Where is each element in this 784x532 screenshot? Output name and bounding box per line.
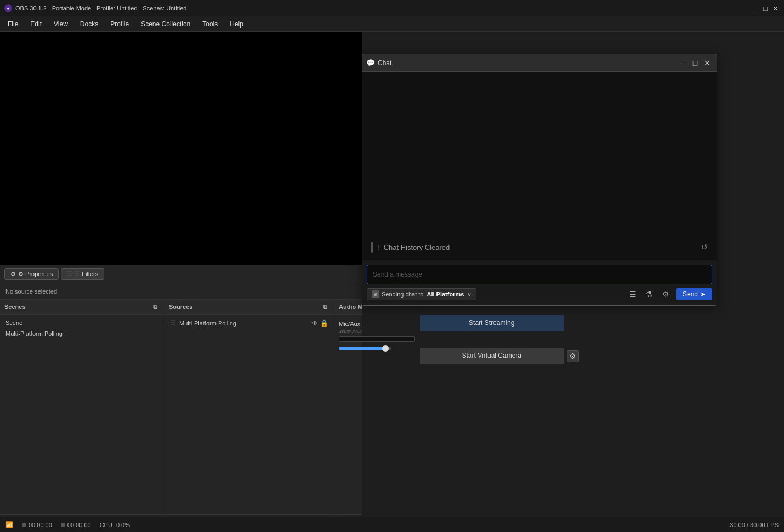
close-button[interactable]: ✕ (771, 4, 780, 13)
title-bar-left: ● OBS 30.1.2 - Portable Mode - Profile: … (4, 4, 186, 12)
exclamation-icon: ! (377, 243, 379, 251)
sources-panel-header: Sources ⧉ (164, 300, 334, 315)
scenes-panel-header: Scenes ⧉ (0, 300, 164, 315)
filters-icon: ☰ (67, 271, 72, 278)
signal-icon: 📶 (5, 521, 13, 528)
scenes-panel-title: Scenes (4, 304, 26, 310)
menu-scene-collection[interactable]: Scene Collection (135, 19, 196, 30)
chat-filter-button[interactable]: ⚗ (643, 288, 656, 301)
chat-actions: ☰ ⚗ ⚙ Send ➤ (627, 288, 712, 301)
chat-window: 💬 Chat – □ ✕ ! Chat History Cleared ↺ ⊕ … (362, 54, 717, 306)
scenes-list: Scene Multi-Platform Polling (0, 315, 164, 515)
chat-list-button[interactable]: ☰ (627, 288, 640, 301)
scenes-panel: Scenes ⧉ Scene Multi-Platform Polling + … (0, 300, 164, 533)
preview-area: ⚙ ⚙ Properties ☰ ☰ Filters No source sel… (0, 32, 362, 532)
chat-toolbar: ⊕ Sending chat to All Platforms ∨ ☰ ⚗ ⚙ … (367, 288, 712, 301)
chat-settings-button[interactable]: ⚙ (660, 288, 673, 301)
cpu-indicator: CPU: 0.0% (100, 522, 130, 528)
scene-item-multiplatform[interactable]: Multi-Platform Polling (0, 328, 164, 339)
start-streaming-row: Start Streaming (420, 315, 579, 331)
stream-time: 00:00:00 (29, 522, 52, 528)
stream-dot (22, 523, 26, 527)
audio-slider-thumb (382, 345, 389, 352)
chat-message-input[interactable] (367, 265, 712, 284)
chat-footer: ⊕ Sending chat to All Platforms ∨ ☰ ⚗ ⚙ … (362, 260, 717, 305)
platform-chevron-icon: ∨ (467, 291, 471, 298)
menu-docks[interactable]: Docks (75, 19, 104, 30)
recording-time: 00:00:00 (67, 522, 91, 528)
start-virtual-camera-button[interactable]: Start Virtual Camera (420, 348, 564, 364)
obs-icon: ● (4, 4, 12, 12)
send-label: Send (683, 290, 698, 298)
title-bar: ● OBS 30.1.2 - Portable Mode - Profile: … (0, 0, 784, 16)
menu-profile[interactable]: Profile (105, 19, 134, 30)
menu-help[interactable]: Help (224, 19, 249, 30)
start-virtual-camera-label: Start Virtual Camera (462, 352, 522, 359)
chat-cleared-bar (371, 242, 373, 253)
chat-maximize-button[interactable]: □ (690, 58, 700, 68)
start-virtual-camera-row: Start Virtual Camera ⚙ (420, 348, 579, 364)
start-streaming-button[interactable]: Start Streaming (420, 315, 564, 331)
sources-panel: Sources ⧉ ☰ Multi-Platform Polling 👁 🔒 + (164, 300, 334, 533)
chat-refresh-icon[interactable]: ↺ (701, 243, 708, 251)
sending-chat-prefix: Sending chat to (382, 291, 423, 298)
filters-button[interactable]: ☰ ☰ Filters (61, 268, 104, 280)
chat-titlebar-left: 💬 Chat (367, 59, 391, 67)
scene-item-scene[interactable]: Scene (0, 317, 164, 328)
chat-titlebar-controls: – □ ✕ (678, 58, 712, 68)
gear-icon: ⚙ (10, 271, 16, 278)
cpu-label: CPU: (100, 522, 114, 528)
send-button[interactable]: Send ➤ (676, 288, 712, 300)
chat-close-button[interactable]: ✕ (702, 58, 712, 68)
cpu-value: 0.0% (116, 522, 130, 528)
fps-indicator: 30.00 / 30.00 FPS (730, 522, 779, 528)
audio-meter (339, 336, 415, 342)
menu-tools[interactable]: Tools (197, 19, 223, 30)
chat-platform-selector[interactable]: ⊕ Sending chat to All Platforms ∨ (367, 288, 476, 300)
send-icon: ➤ (700, 290, 706, 298)
sources-panel-icon[interactable]: ⧉ (321, 302, 329, 311)
source-item-multiplatform[interactable]: ☰ Multi-Platform Polling 👁 🔒 (164, 317, 334, 329)
stream-time-indicator: 00:00:00 (22, 522, 52, 528)
chat-icon: 💬 (367, 59, 374, 67)
title-bar-text: OBS 30.1.2 - Portable Mode - Profile: Un… (15, 5, 186, 12)
no-source-text: No source selected (5, 288, 57, 295)
recording-time-indicator: 00:00:00 (61, 522, 91, 528)
maximize-button[interactable]: □ (761, 4, 770, 13)
chat-titlebar: 💬 Chat – □ ✕ (362, 54, 717, 72)
video-preview (0, 32, 362, 265)
scenes-panel-icon[interactable]: ⧉ (151, 302, 160, 311)
virtual-camera-settings-button[interactable]: ⚙ (567, 350, 579, 362)
chat-title: Chat (378, 59, 391, 67)
menu-bar: File Edit View Docks Profile Scene Colle… (0, 16, 784, 32)
source-controls: 👁 🔒 (311, 319, 328, 327)
minimize-button[interactable]: – (751, 4, 760, 13)
recording-dot (61, 523, 65, 527)
source-visibility-button[interactable]: 👁 (311, 319, 318, 327)
audio-volume-slider[interactable] (339, 347, 391, 350)
chat-minimize-button[interactable]: – (678, 58, 688, 68)
menu-edit[interactable]: Edit (25, 19, 47, 30)
title-bar-controls: – □ ✕ (751, 4, 780, 13)
sources-panel-title: Sources (169, 304, 192, 310)
source-list-icon: ☰ (170, 319, 176, 327)
lower-panels: Scenes ⧉ Scene Multi-Platform Polling + … (0, 300, 362, 533)
properties-button[interactable]: ⚙ ⚙ Properties (4, 268, 59, 280)
menu-view[interactable]: View (48, 19, 73, 30)
bottom-status-bar: 📶 00:00:00 00:00:00 CPU: 0.0% 30.00 / 30… (0, 517, 784, 532)
audio-track-name: Mic/Aux (339, 321, 360, 327)
sources-list: ☰ Multi-Platform Polling 👁 🔒 (164, 315, 334, 515)
chat-cleared-text: Chat History Cleared (384, 243, 450, 251)
source-item-label: Multi-Platform Polling (179, 320, 236, 327)
platform-target: All Platforms (427, 291, 464, 298)
signal-strength-indicator: 📶 (5, 521, 13, 528)
chat-body: ! Chat History Cleared ↺ (362, 72, 717, 260)
platform-icon: ⊕ (372, 290, 379, 298)
chat-history-cleared-message: ! Chat History Cleared ↺ (367, 238, 712, 256)
status-bar: No source selected (0, 284, 362, 300)
source-lock-button[interactable]: 🔒 (320, 319, 328, 327)
menu-file[interactable]: File (2, 19, 24, 30)
start-streaming-label: Start Streaming (469, 319, 514, 327)
fps-value: 30.00 / 30.00 FPS (730, 522, 779, 528)
audio-slider-fill (339, 347, 383, 350)
